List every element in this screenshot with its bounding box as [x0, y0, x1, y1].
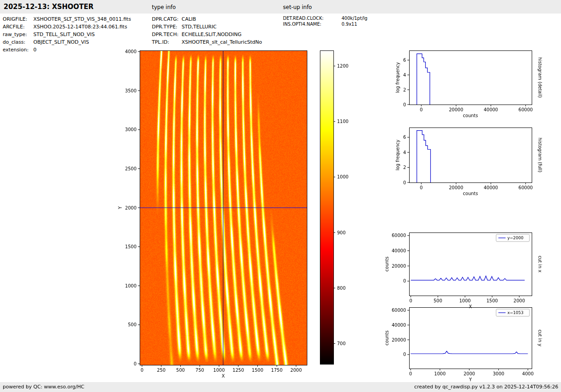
histogram-detail-plot: 02000040000600000246countslog frequencyh… [395, 51, 543, 119]
meta-value: 0 [33, 46, 36, 54]
svg-text:700: 700 [337, 341, 346, 346]
svg-text:1750: 1750 [271, 368, 283, 373]
meta-value: ECHELLE,SLIT,NODDING [182, 31, 242, 38]
svg-text:0: 0 [403, 180, 406, 185]
svg-text:250: 250 [157, 368, 165, 373]
setup-info-heading: set-up info [283, 4, 312, 10]
svg-text:counts: counts [463, 191, 478, 196]
meta-value: XSHOO.2025-12-14T08:23:44.061.fits [33, 23, 127, 31]
cut-in-x-plot: 05001000150020000200004000060000Xcountsc… [384, 233, 543, 310]
type-info-heading: type info [152, 4, 176, 10]
meta-value: CALIB [182, 15, 196, 23]
colorbar [320, 50, 333, 364]
svg-text:y=2000: y=2000 [507, 236, 524, 240]
meta-row-dprtype: DPR.TYPE: STD,TELLURIC [152, 23, 262, 31]
svg-text:counts: counts [463, 113, 478, 118]
svg-text:0: 0 [403, 352, 406, 357]
meta-label: TPL.ID: [152, 38, 182, 46]
svg-text:histogram (detail): histogram (detail) [538, 57, 543, 98]
svg-text:6: 6 [403, 58, 406, 63]
svg-text:cut in x: cut in x [538, 255, 543, 272]
svg-text:X: X [222, 374, 225, 378]
svg-text:0: 0 [141, 368, 143, 373]
svg-text:cut in y: cut in y [538, 329, 543, 346]
svg-text:1000: 1000 [337, 174, 348, 179]
cut-in-y-plot: 010002000300040000200004000060000Ycounts… [384, 308, 543, 383]
svg-text:Y: Y [118, 206, 123, 210]
svg-text:750: 750 [196, 368, 204, 373]
raw-frame-image[interactable] [140, 50, 307, 365]
svg-text:4000: 4000 [522, 371, 534, 376]
meta-row-readclock: DET.READ.CLOCK: 400k/1pt/lg [283, 15, 367, 21]
svg-text:60000: 60000 [519, 107, 533, 112]
svg-text:1000: 1000 [125, 283, 137, 288]
svg-text:1200: 1200 [337, 64, 348, 68]
svg-text:4: 4 [403, 150, 406, 155]
meta-row-dprcatg: DPR.CATG: CALIB [152, 15, 262, 23]
svg-text:1000: 1000 [459, 298, 470, 303]
svg-text:0: 0 [403, 278, 406, 283]
footer-qc-link[interactable]: powered by QC: www.eso.org/HC [3, 384, 84, 390]
svg-text:800: 800 [337, 286, 346, 291]
svg-text:2000: 2000 [464, 371, 475, 376]
meta-value: 0.9x11 [342, 21, 357, 27]
svg-text:counts: counts [384, 330, 389, 345]
svg-text:40000: 40000 [483, 185, 498, 190]
svg-text:2: 2 [403, 165, 406, 170]
meta-row-tplid: TPL.ID: XSHOOTER_slt_cal_TelluricStdNo [152, 38, 262, 46]
data-line [417, 54, 430, 105]
svg-text:60000: 60000 [519, 185, 533, 190]
setup-info-block: DET.READ.CLOCK: 400k/1pt/lg INS.OPTI4.NA… [283, 15, 367, 27]
svg-text:0: 0 [409, 371, 412, 376]
meta-value: XSHOOTER_SLT_STD_VIS_348_0011.fits [33, 15, 131, 23]
histogram-full-plot: 02000040000600000246countslog frequencyh… [395, 128, 543, 196]
svg-text:log frequency: log frequency [395, 140, 400, 171]
meta-label: DPR.TECH: [152, 31, 182, 38]
meta-row-extension: extension: 0 [3, 46, 131, 54]
data-line [411, 276, 525, 280]
svg-text:20000: 20000 [392, 264, 406, 269]
svg-text:2000: 2000 [125, 205, 137, 210]
svg-text:0: 0 [134, 361, 137, 366]
meta-value: STD_TELL_SLIT_NOD_VIS [33, 31, 95, 38]
svg-text:X: X [469, 304, 472, 309]
svg-text:40000: 40000 [483, 107, 498, 112]
svg-text:counts: counts [384, 256, 389, 271]
svg-text:1500: 1500 [252, 368, 263, 373]
svg-text:500: 500 [433, 298, 442, 303]
svg-text:3500: 3500 [125, 88, 137, 93]
svg-text:60000: 60000 [392, 233, 406, 238]
page-title: 2025-12-13: XSHOOTER [4, 3, 94, 11]
svg-text:0: 0 [409, 298, 412, 303]
svg-text:1250: 1250 [233, 368, 244, 373]
meta-row-doclass: do_class: OBJECT_SLIT_NOD_VIS [3, 38, 131, 46]
svg-text:500: 500 [128, 322, 137, 327]
svg-text:0: 0 [420, 185, 423, 190]
header-bar: 2025-12-13: XSHOOTER type info set-up in… [0, 0, 561, 14]
data-line [410, 351, 528, 354]
svg-text:3000: 3000 [493, 371, 504, 376]
meta-row-rawtype: raw_type: STD_TELL_SLIT_NOD_VIS [3, 31, 131, 38]
svg-text:x=1053: x=1053 [507, 310, 524, 315]
meta-label: do_class: [3, 38, 33, 46]
footer-bar: powered by QC: www.eso.org/HC created by… [0, 382, 561, 392]
meta-value: STD,TELLURIC [182, 23, 217, 31]
svg-text:0: 0 [403, 102, 406, 107]
meta-label: ORIGFILE: [3, 15, 33, 23]
svg-text:3000: 3000 [125, 127, 137, 132]
svg-text:0: 0 [420, 107, 423, 112]
meta-label: extension: [3, 46, 33, 54]
meta-value: 400k/1pt/lg [342, 15, 367, 21]
svg-text:2: 2 [403, 87, 406, 92]
meta-label: DPR.TYPE: [152, 23, 182, 31]
svg-text:1500: 1500 [125, 244, 137, 249]
svg-text:900: 900 [337, 230, 346, 235]
svg-text:20000: 20000 [449, 107, 463, 112]
svg-text:500: 500 [176, 368, 185, 373]
meta-row-dprtech: DPR.TECH: ECHELLE,SLIT,NODDING [152, 31, 262, 38]
legend-box [496, 234, 529, 242]
svg-text:Y: Y [469, 377, 472, 382]
meta-label: ARCFILE: [3, 23, 33, 31]
svg-text:20000: 20000 [392, 337, 406, 342]
svg-text:60000: 60000 [392, 308, 406, 313]
